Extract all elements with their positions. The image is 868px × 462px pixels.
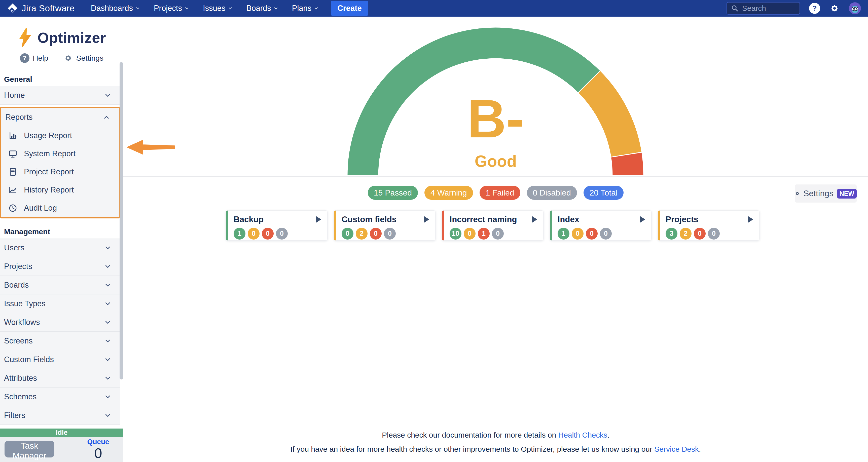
chevron-down-icon — [104, 412, 112, 419]
create-button[interactable]: Create — [331, 1, 368, 16]
search-box[interactable] — [726, 2, 800, 14]
sidebar-item-schemes[interactable]: Schemes — [0, 388, 120, 406]
main-menu: Dashboards Projects Issues Boards Plans — [91, 4, 319, 13]
help-icon[interactable]: ? — [809, 3, 820, 14]
sidebar-item-filters[interactable]: Filters — [0, 406, 120, 425]
expand-play-icon[interactable] — [748, 216, 753, 223]
health-check-cards: Backup 1 0 0 0 Custom fields 0 2 0 0 — [226, 210, 760, 240]
sidebar-item-attributes[interactable]: Attributes — [0, 369, 120, 388]
queue-count: 0 — [83, 446, 113, 461]
optimizer-sidebar: Optimizer ? Help Settings General Home — [0, 16, 123, 462]
main-content: B- Good 15 Passed 4 Warning 1 Failed 0 D… — [123, 16, 868, 462]
expand-play-icon[interactable] — [424, 216, 429, 223]
menu-plans[interactable]: Plans — [292, 4, 319, 13]
sidebar-item-screens[interactable]: Screens — [0, 332, 120, 350]
bar-chart-icon — [8, 131, 18, 140]
help-icon: ? — [20, 53, 29, 63]
new-badge: NEW — [837, 189, 857, 199]
gear-icon[interactable] — [829, 3, 840, 13]
card-backup[interactable]: Backup 1 0 0 0 — [226, 210, 328, 240]
expand-play-icon[interactable] — [532, 216, 537, 223]
chevron-down-icon — [104, 281, 112, 289]
monitor-icon — [8, 149, 18, 158]
expand-play-icon[interactable] — [640, 216, 645, 223]
jira-logo-icon — [7, 3, 18, 14]
queue-label: Queue — [83, 438, 113, 446]
nav-right-cluster: ? — [726, 2, 861, 14]
gear-icon — [63, 53, 73, 63]
lightning-bolt-icon — [18, 28, 33, 47]
sidebar-item-system-report[interactable]: System Report — [1, 145, 119, 163]
sidebar-settings-link[interactable]: Settings — [63, 53, 103, 63]
brand-name: Jira Software — [22, 3, 75, 13]
chevron-down-icon — [184, 6, 189, 11]
sidebar-item-issue-types[interactable]: Issue Types — [0, 294, 120, 313]
card-index[interactable]: Index 1 0 0 0 — [550, 210, 651, 240]
sidebar-item-reports[interactable]: Reports — [1, 108, 119, 127]
task-status-bar: Idle — [0, 429, 123, 437]
clock-icon — [8, 204, 18, 212]
sidebar-item-users[interactable]: Users — [0, 238, 120, 257]
sidebar-item-boards[interactable]: Boards — [0, 276, 120, 294]
task-manager-panel: Task Manager Queue 0 — [0, 437, 123, 462]
chevron-down-icon — [104, 92, 112, 99]
search-icon — [731, 4, 739, 12]
count-row: 1 0 0 0 — [558, 228, 646, 239]
summary-badges: 15 Passed 4 Warning 1 Failed 0 Disabled … — [123, 186, 868, 200]
user-avatar-owl[interactable] — [849, 2, 861, 14]
search-input[interactable] — [742, 4, 793, 12]
menu-projects[interactable]: Projects — [154, 4, 189, 13]
task-manager-button[interactable]: Task Manager — [4, 441, 54, 458]
sidebar-item-history-report[interactable]: History Report — [1, 181, 119, 199]
count-row: 1 0 0 0 — [234, 228, 322, 239]
menu-issues[interactable]: Issues — [203, 4, 233, 13]
chevron-down-icon — [104, 244, 112, 252]
sidebar-item-custom-fields[interactable]: Custom Fields — [0, 350, 120, 369]
footer-feedback-line: If you have an idea for more health chec… — [123, 445, 868, 454]
passed-badge: 15 Passed — [368, 186, 418, 200]
top-navbar: Jira Software Dashboards Projects Issues… — [0, 0, 868, 16]
section-divider — [123, 176, 868, 177]
expand-play-icon[interactable] — [316, 216, 321, 223]
chevron-down-icon — [314, 6, 319, 11]
sidebar-item-audit-log[interactable]: Audit Log — [1, 199, 119, 217]
chevron-down-icon — [104, 300, 112, 307]
section-title-general: General — [4, 75, 123, 84]
count-row: 3 2 0 0 — [665, 228, 754, 239]
chevron-down-icon — [104, 337, 112, 345]
chevron-down-icon — [104, 319, 112, 326]
sidebar-item-projects[interactable]: Projects — [0, 257, 120, 276]
health-checks-link[interactable]: Health Checks — [558, 431, 607, 439]
disabled-badge: 0 Disabled — [527, 186, 577, 200]
app-window: Jira Software Dashboards Projects Issues… — [0, 0, 868, 462]
reports-highlight-box: Reports Usage Report Syst — [0, 107, 120, 219]
card-custom-fields[interactable]: Custom fields 0 2 0 0 — [334, 210, 435, 240]
card-projects[interactable]: Projects 3 2 0 0 — [658, 210, 760, 240]
jira-brand[interactable]: Jira Software — [7, 3, 75, 14]
warning-badge: 4 Warning — [425, 186, 473, 200]
menu-dashboards[interactable]: Dashboards — [91, 4, 140, 13]
card-incorrect-naming[interactable]: Incorrect naming 10 0 1 0 — [442, 210, 544, 240]
menu-boards[interactable]: Boards — [246, 4, 278, 13]
health-grade-label: Good — [123, 152, 868, 171]
management-list: Users Projects Boards Issue Types Workfl… — [0, 238, 123, 425]
count-row: 0 2 0 0 — [342, 228, 430, 239]
total-badge: 20 Total — [584, 186, 624, 200]
chevron-down-icon — [228, 6, 233, 11]
sidebar-item-usage-report[interactable]: Usage Report — [1, 127, 119, 145]
sidebar-item-project-report[interactable]: Project Report — [1, 163, 119, 181]
chevron-down-icon — [135, 6, 140, 11]
sidebar-item-workflows[interactable]: Workflows — [0, 313, 120, 332]
sidebar-scrollbar[interactable] — [120, 62, 123, 380]
service-desk-link[interactable]: Service Desk — [654, 445, 699, 453]
health-settings-button[interactable]: Settings NEW — [795, 185, 857, 203]
optimizer-logo: Optimizer — [0, 27, 123, 48]
annotation-arrow-icon — [127, 139, 175, 156]
sidebar-help-link[interactable]: ? Help — [20, 53, 48, 63]
chevron-down-icon — [104, 374, 112, 382]
chevron-down-icon — [273, 6, 278, 11]
gear-icon — [795, 189, 800, 198]
settings-label: Settings — [803, 189, 833, 198]
chevron-down-icon — [104, 263, 112, 270]
sidebar-item-home[interactable]: Home — [0, 86, 120, 105]
